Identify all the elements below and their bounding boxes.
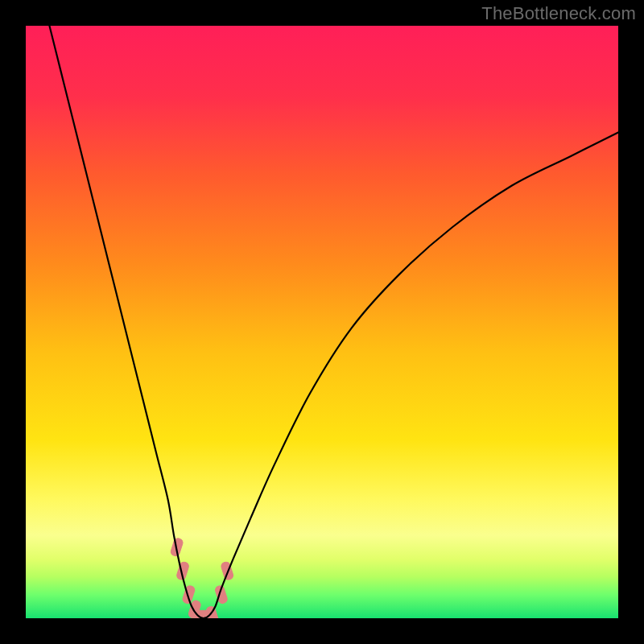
plot-area — [26, 26, 618, 618]
watermark-text: TheBottleneck.com — [481, 3, 636, 24]
chart-svg — [26, 26, 618, 618]
gradient-background — [26, 26, 618, 618]
chart-frame: TheBottleneck.com — [0, 0, 644, 644]
